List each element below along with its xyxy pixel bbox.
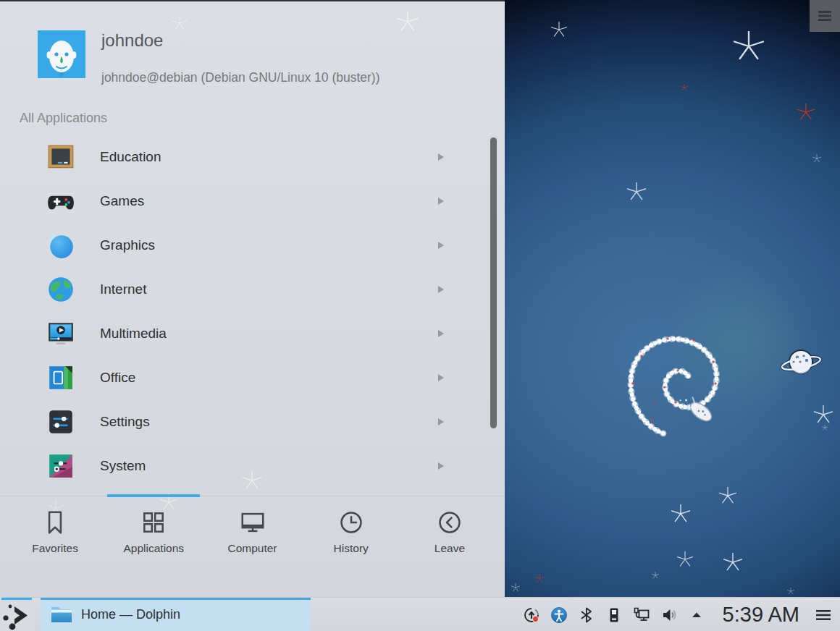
favorites-icon bbox=[41, 509, 69, 536]
tab-label: Computer bbox=[227, 542, 277, 555]
chevron-right-icon bbox=[438, 330, 444, 337]
bluetooth-icon[interactable] bbox=[578, 606, 595, 624]
taskbar-task-dolphin[interactable]: Home — Dolphin bbox=[41, 598, 311, 631]
menu-item-education[interactable]: Education bbox=[0, 135, 505, 179]
digital-clock[interactable]: 5:39 AM bbox=[715, 603, 804, 627]
menu-item-label: Settings bbox=[100, 414, 150, 430]
updates-icon[interactable] bbox=[523, 606, 540, 624]
tab-computer[interactable]: Computer bbox=[203, 496, 301, 597]
internet-icon bbox=[46, 275, 75, 304]
chevron-right-icon bbox=[438, 286, 444, 293]
tab-leave[interactable]: Leave bbox=[400, 496, 499, 597]
menu-item-settings[interactable]: Settings bbox=[0, 399, 505, 444]
leave-icon bbox=[436, 509, 463, 536]
application-category-list: EducationGamesGraphicsInternetMultimedia… bbox=[0, 135, 505, 488]
tab-favorites[interactable]: Favorites bbox=[6, 496, 104, 597]
taskbar-panel: Home — Dolphin 5:39 AM bbox=[0, 597, 840, 631]
application-launcher-button[interactable] bbox=[0, 598, 35, 631]
menu-item-games[interactable]: Games bbox=[0, 179, 505, 223]
user-header: johndoe johndoe@debian (Debian GNU/Linux… bbox=[0, 1, 505, 103]
hamburger-icon bbox=[817, 9, 833, 23]
menu-item-label: Education bbox=[100, 149, 161, 165]
tab-label: History bbox=[334, 542, 369, 555]
chevron-right-icon bbox=[438, 198, 444, 205]
menu-item-label: System bbox=[100, 458, 146, 474]
tab-label: Applications bbox=[124, 542, 185, 555]
folder-icon bbox=[51, 605, 72, 624]
caret-up-icon[interactable] bbox=[688, 606, 705, 624]
games-icon bbox=[46, 187, 75, 216]
device-icon[interactable] bbox=[605, 606, 623, 624]
user-name: johndoe bbox=[101, 30, 163, 51]
menu-item-label: Graphics bbox=[100, 237, 155, 253]
applications-icon bbox=[140, 509, 167, 536]
accessibility-icon[interactable] bbox=[550, 606, 568, 624]
system-icon bbox=[46, 452, 75, 480]
user-host-info: johndoe@debian (Debian GNU/Linux 10 (bus… bbox=[101, 70, 380, 85]
user-avatar[interactable] bbox=[38, 30, 85, 78]
system-tray: 5:39 AM bbox=[523, 598, 840, 631]
volume-icon[interactable] bbox=[660, 606, 678, 624]
tray-icons bbox=[523, 606, 705, 624]
chevron-right-icon bbox=[438, 374, 444, 381]
menu-item-system[interactable]: System bbox=[0, 444, 505, 488]
graphics-icon bbox=[46, 231, 75, 260]
tab-label: Favorites bbox=[32, 542, 78, 555]
menu-item-internet[interactable]: Internet bbox=[0, 267, 505, 311]
user-face-icon bbox=[38, 30, 85, 78]
desktop: johndoe johndoe@debian (Debian GNU/Linux… bbox=[0, 0, 840, 631]
menu-scrollbar[interactable] bbox=[490, 137, 497, 428]
menu-item-multimedia[interactable]: Multimedia bbox=[0, 311, 505, 355]
multimedia-icon bbox=[46, 319, 75, 348]
hamburger-icon[interactable] bbox=[814, 606, 833, 624]
section-label: All Applications bbox=[20, 111, 107, 126]
application-launcher-popup: johndoe johndoe@debian (Debian GNU/Linux… bbox=[0, 0, 505, 597]
kickoff-launcher-icon bbox=[1, 600, 33, 631]
tab-applications[interactable]: Applications bbox=[104, 496, 203, 597]
computer-icon bbox=[239, 509, 266, 536]
task-label: Home — Dolphin bbox=[81, 607, 180, 622]
network-icon[interactable] bbox=[633, 606, 650, 624]
settings-icon bbox=[46, 407, 75, 436]
menu-item-office[interactable]: Office bbox=[0, 355, 505, 399]
menu-item-label: Multimedia bbox=[100, 326, 167, 342]
history-icon bbox=[337, 509, 365, 536]
desktop-wallpaper bbox=[505, 0, 840, 631]
tab-history[interactable]: History bbox=[302, 496, 400, 597]
tab-label: Leave bbox=[434, 542, 465, 555]
chevron-right-icon bbox=[438, 153, 444, 161]
desktop-toolbox-button[interactable] bbox=[810, 0, 840, 32]
menu-item-label: Games bbox=[100, 193, 144, 209]
education-icon bbox=[46, 143, 75, 171]
launcher-tab-bar: FavoritesApplicationsComputerHistoryLeav… bbox=[6, 496, 499, 597]
menu-item-graphics[interactable]: Graphics bbox=[0, 223, 505, 267]
menu-item-label: Office bbox=[100, 370, 135, 386]
chevron-right-icon bbox=[438, 462, 444, 470]
office-icon bbox=[46, 363, 75, 392]
chevron-right-icon bbox=[438, 242, 444, 249]
chevron-right-icon bbox=[438, 418, 444, 425]
menu-item-label: Internet bbox=[100, 281, 146, 297]
